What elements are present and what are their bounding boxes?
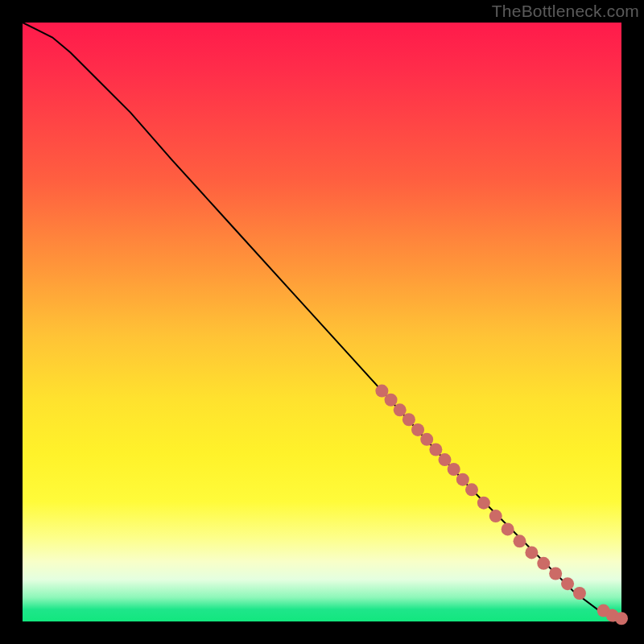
chart-frame: TheBottleneck.com <box>0 0 644 644</box>
marker-point <box>439 453 452 466</box>
marker-point <box>477 497 490 510</box>
marker-point <box>525 546 538 559</box>
bottleneck-curve <box>23 23 621 618</box>
marker-point <box>573 587 586 600</box>
marker-point <box>537 557 550 570</box>
marker-point <box>394 403 407 416</box>
marker-point <box>429 443 442 456</box>
marker-point <box>402 413 415 426</box>
marker-point <box>514 535 526 547</box>
marker-point <box>465 483 478 496</box>
marker-point <box>561 577 574 590</box>
watermark-text: TheBottleneck.com <box>492 2 639 21</box>
marker-point <box>420 433 433 446</box>
marker-point <box>489 510 502 522</box>
marker-point <box>385 394 398 407</box>
marker-point <box>448 463 460 476</box>
marker-point <box>411 423 424 436</box>
highlight-markers <box>375 385 628 625</box>
chart-overlay-svg <box>23 23 621 621</box>
marker-point <box>456 473 469 486</box>
marker-point <box>549 567 562 580</box>
marker-point <box>502 522 514 535</box>
marker-point <box>615 612 628 625</box>
